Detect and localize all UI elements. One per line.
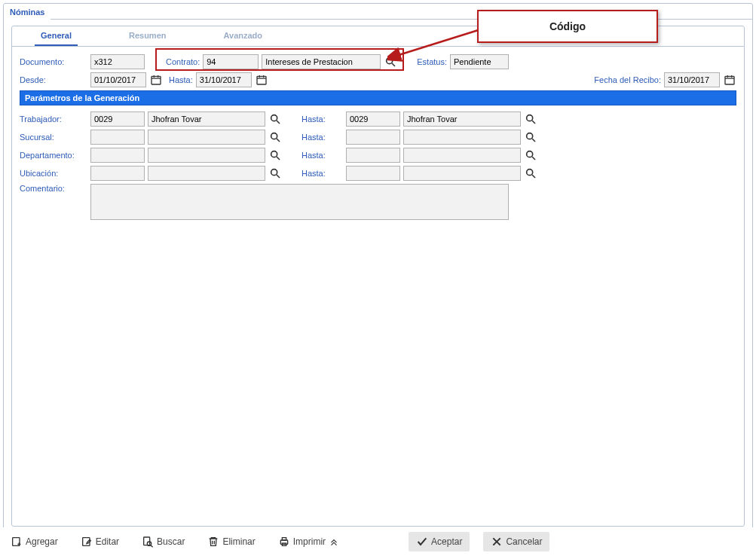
departamento-hasta-name-input[interactable] xyxy=(403,148,521,163)
print-icon xyxy=(278,536,290,548)
buscar-button[interactable]: Buscar xyxy=(137,533,189,551)
row-fechas: Desde: Hasta: Fecha del Recibo: xyxy=(20,72,736,87)
trabajador-hasta-search-icon[interactable] xyxy=(524,112,537,126)
tab-resumen[interactable]: Resumen xyxy=(123,26,173,46)
search-doc-icon xyxy=(142,536,154,548)
ubicacion-label: Ubicación: xyxy=(20,169,87,178)
svg-line-23 xyxy=(277,157,280,160)
row-sucursal: Sucursal: Hasta: xyxy=(20,130,736,145)
svg-point-14 xyxy=(271,115,277,121)
row-comentario: Comentario: xyxy=(20,184,736,220)
ubicacion-search-icon[interactable] xyxy=(268,166,282,180)
row-documento: Documento: Contrato: Estatus: xyxy=(20,54,736,69)
hasta-label: Hasta: xyxy=(169,75,193,84)
ubicacion-hasta-search-icon[interactable] xyxy=(524,166,537,180)
cancelar-label: Cancelar xyxy=(506,536,542,547)
imprimir-label: Imprimir xyxy=(293,536,326,547)
comentario-textarea[interactable] xyxy=(90,184,509,220)
departamento-hasta-code-input[interactable] xyxy=(346,148,400,163)
ubicacion-hasta-label: Hasta: xyxy=(301,169,343,178)
svg-rect-35 xyxy=(82,538,89,546)
departamento-code-input[interactable] xyxy=(90,148,145,163)
svg-line-27 xyxy=(277,175,280,178)
hasta-calendar-icon[interactable] xyxy=(255,73,268,87)
aceptar-button[interactable]: Aceptar xyxy=(409,532,470,551)
trabajador-code-input[interactable] xyxy=(90,111,145,127)
callout-codigo: Código xyxy=(477,10,658,43)
cancelar-button[interactable]: Cancelar xyxy=(483,532,549,551)
desde-calendar-icon[interactable] xyxy=(149,73,163,87)
svg-line-1 xyxy=(392,63,395,66)
svg-point-24 xyxy=(527,151,533,157)
desde-input[interactable] xyxy=(90,72,146,87)
svg-rect-36 xyxy=(144,537,150,545)
chevron-up-double-icon xyxy=(329,536,339,548)
svg-rect-42 xyxy=(282,538,286,540)
trabajador-hasta-name-input[interactable] xyxy=(403,111,521,127)
agregar-label: Agregar xyxy=(26,536,58,547)
svg-rect-10 xyxy=(725,76,734,84)
agregar-button[interactable]: Agregar xyxy=(6,533,63,551)
svg-point-22 xyxy=(271,151,277,157)
edit-icon xyxy=(81,536,93,548)
sucursal-search-icon[interactable] xyxy=(268,130,282,144)
svg-point-18 xyxy=(271,133,277,139)
editar-label: Editar xyxy=(96,536,119,547)
fecha-recibo-input[interactable] xyxy=(664,72,720,87)
imprimir-button[interactable]: Imprimir xyxy=(274,533,344,551)
svg-point-0 xyxy=(387,58,393,64)
trash-icon xyxy=(207,536,219,548)
departamento-search-icon[interactable] xyxy=(268,148,282,162)
departamento-hasta-label: Hasta: xyxy=(301,151,343,160)
svg-line-29 xyxy=(532,175,535,178)
tab-general[interactable]: General xyxy=(35,26,78,46)
ubicacion-hasta-name-input[interactable] xyxy=(403,166,521,181)
svg-line-21 xyxy=(532,139,535,142)
contrato-code-input[interactable] xyxy=(203,54,259,69)
hasta-input[interactable] xyxy=(196,72,252,87)
svg-rect-6 xyxy=(257,76,266,84)
svg-point-16 xyxy=(527,115,533,121)
eliminar-button[interactable]: Eliminar xyxy=(203,533,259,551)
sucursal-name-input[interactable] xyxy=(148,130,265,145)
svg-point-28 xyxy=(527,170,533,176)
documento-label: Documento: xyxy=(20,57,87,66)
main-window: Nóminas General Resumen Avanzado Documen… xyxy=(3,3,753,530)
sucursal-hasta-label: Hasta: xyxy=(301,133,343,142)
svg-rect-2 xyxy=(152,76,161,84)
contrato-desc-input[interactable] xyxy=(262,54,381,69)
trabajador-name-input[interactable] xyxy=(148,111,265,127)
trabajador-hasta-label: Hasta: xyxy=(301,115,343,124)
tab-avanzado[interactable]: Avanzado xyxy=(218,26,269,46)
contrato-search-icon[interactable] xyxy=(384,55,397,69)
sucursal-hasta-code-input[interactable] xyxy=(346,130,400,145)
form-area: Documento: Contrato: Estatus: Desde: xyxy=(12,47,744,231)
documento-input[interactable] xyxy=(90,54,145,69)
row-departamento: Departamento: Hasta: xyxy=(20,148,736,163)
fecha-recibo-label: Fecha del Recibo: xyxy=(594,75,661,84)
departamento-hasta-search-icon[interactable] xyxy=(524,148,537,162)
sucursal-code-input[interactable] xyxy=(90,130,145,145)
buscar-label: Buscar xyxy=(157,536,185,547)
departamento-name-input[interactable] xyxy=(148,148,265,163)
trabajador-search-icon[interactable] xyxy=(268,112,282,126)
fecha-recibo-calendar-icon[interactable] xyxy=(723,73,736,87)
svg-point-20 xyxy=(527,133,533,139)
svg-point-26 xyxy=(271,170,277,176)
svg-line-15 xyxy=(277,121,280,124)
ubicacion-code-input[interactable] xyxy=(90,166,145,181)
window-title: Nóminas xyxy=(4,5,51,20)
estatus-input[interactable] xyxy=(450,54,509,69)
callout-text: Código xyxy=(549,20,586,32)
sucursal-hasta-name-input[interactable] xyxy=(403,130,521,145)
ubicacion-hasta-code-input[interactable] xyxy=(346,166,400,181)
ubicacion-name-input[interactable] xyxy=(148,166,265,181)
row-trabajador: Trabajador: Hasta: xyxy=(20,111,736,127)
trabajador-hasta-code-input[interactable] xyxy=(346,111,400,127)
section-parametros: Parámetros de la Generación xyxy=(20,90,736,105)
eliminar-label: Eliminar xyxy=(222,536,255,547)
svg-line-17 xyxy=(532,121,535,124)
close-icon xyxy=(491,536,503,548)
editar-button[interactable]: Editar xyxy=(76,533,124,551)
sucursal-hasta-search-icon[interactable] xyxy=(524,130,537,144)
